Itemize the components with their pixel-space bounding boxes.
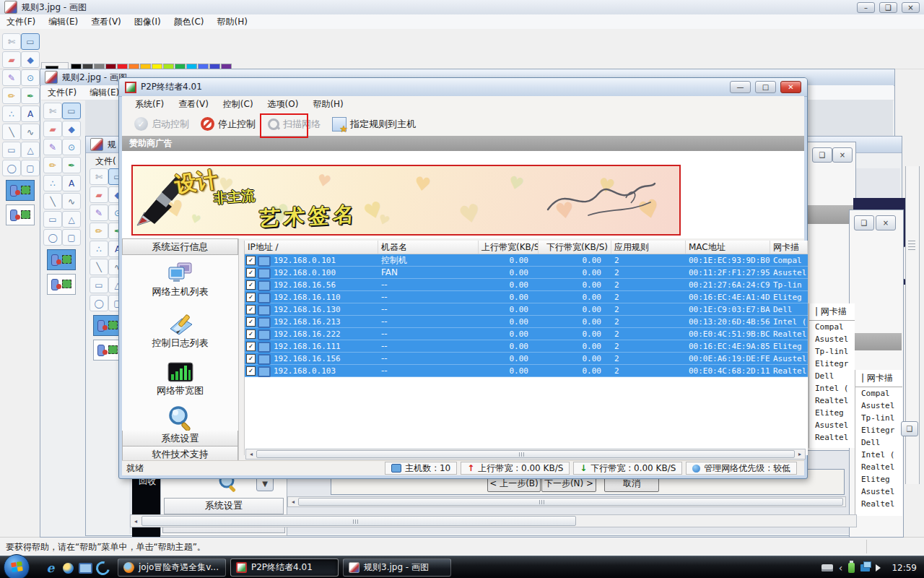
- host-row[interactable]: ✓192.168.16.111--0.000.00200:16:EC:4E:9A…: [245, 340, 808, 353]
- close-button[interactable]: ×: [902, 2, 920, 13]
- curve-icon[interactable]: ∿: [21, 124, 40, 140]
- paint-menu-0[interactable]: 文件(F): [0, 14, 42, 30]
- battery-tray-icon[interactable]: [848, 563, 855, 573]
- row-checkbox[interactable]: ✓: [246, 305, 256, 314]
- host-row[interactable]: ✓192.168.16.156--0.000.00200:0E:A6:19:DE…: [245, 353, 808, 365]
- quicklaunch-desktop-icon[interactable]: [78, 561, 92, 575]
- rounded-rect-icon[interactable]: ▢: [62, 229, 81, 246]
- ellipse-icon[interactable]: ◯: [43, 229, 62, 246]
- fill-icon[interactable]: ◆: [21, 51, 40, 68]
- eyedropper-icon[interactable]: ✎: [2, 69, 21, 86]
- line-icon[interactable]: ╲: [43, 193, 62, 210]
- horizontal-scrollbar[interactable]: ◂: [130, 514, 857, 527]
- sidebar-item-host-list[interactable]: 网络主机列表: [152, 285, 209, 298]
- selection-transparent-option[interactable]: [6, 204, 35, 225]
- column-header-3[interactable]: 上行带宽(KB/S): [479, 241, 539, 254]
- keyboard-tray-icon[interactable]: [821, 564, 833, 571]
- eyedropper-icon[interactable]: ✎: [90, 204, 108, 221]
- row-checkbox[interactable]: ✓: [246, 317, 256, 327]
- paint-menu-4[interactable]: 颜色(C): [167, 14, 211, 30]
- tray-expand-chevron[interactable]: ‹: [839, 563, 843, 573]
- sidebar-button-system-settings[interactable]: 系统设置: [122, 431, 238, 447]
- text-icon[interactable]: A: [21, 105, 40, 122]
- ad-banner[interactable]: ♥♥♥♥♥♥♥♥♥♥♥♥♥ 设计 非主流 艺术签名: [131, 165, 681, 236]
- selection-transparent-option[interactable]: [47, 274, 76, 295]
- sidebar-item-bandwidth-chart[interactable]: 网络带宽图: [157, 384, 204, 397]
- vertical-scrollbar[interactable]: [905, 166, 920, 484]
- host-row[interactable]: ✓192.168.16.222--0.000.00200:E0:4C:51:9B…: [245, 328, 808, 340]
- line-icon[interactable]: ╲: [90, 259, 108, 275]
- eraser-icon[interactable]: ▰: [43, 121, 62, 137]
- quicklaunch-ie-icon[interactable]: e: [43, 561, 58, 575]
- taskbar-clock[interactable]: 12:59: [892, 563, 917, 573]
- selection-opaque-option[interactable]: [47, 249, 76, 270]
- column-header-1[interactable]: IP地址 ∕: [245, 241, 378, 254]
- row-checkbox[interactable]: ✓: [246, 268, 256, 277]
- ellipse-icon[interactable]: ◯: [90, 295, 108, 311]
- sidebar-item-control-log[interactable]: 控制日志列表: [152, 337, 209, 350]
- paint-menu-5[interactable]: 帮助(H): [210, 14, 253, 30]
- taskbar-task-3[interactable]: 规则3.jpg - 画图: [343, 558, 451, 577]
- host-row[interactable]: ✓192.168.16.213--0.000.00200:13:20:6D:4B…: [245, 316, 808, 328]
- selection-opaque-option[interactable]: [6, 180, 35, 201]
- paint-menu-2[interactable]: 查看(V): [84, 14, 128, 30]
- rounded-rect-icon[interactable]: ▢: [21, 160, 40, 176]
- toolbar-button-4[interactable]: 指定规则到主机: [327, 114, 421, 134]
- restore-button[interactable]: ❑: [879, 2, 897, 13]
- selection-opaque-option[interactable]: [93, 315, 122, 336]
- polygon-icon[interactable]: △: [21, 142, 40, 158]
- selection-transparent-option[interactable]: [93, 340, 122, 361]
- maximize-button[interactable]: □: [755, 81, 776, 93]
- p2p-menu-2[interactable]: 控制(C): [216, 96, 261, 113]
- quicklaunch-globe-icon[interactable]: [61, 561, 75, 575]
- rect-icon[interactable]: ▭: [43, 211, 62, 228]
- line-icon[interactable]: ╲: [2, 124, 21, 140]
- toolbar-button-1[interactable]: ✓启动控制: [129, 114, 194, 134]
- eraser-icon[interactable]: ▰: [90, 186, 108, 203]
- column-header-5[interactable]: 应用规则: [611, 241, 686, 254]
- close-button[interactable]: ✕: [780, 81, 801, 93]
- menu-file-partial[interactable]: 文件(: [89, 154, 123, 169]
- free-select-icon[interactable]: ✄: [43, 103, 62, 119]
- row-checkbox[interactable]: ✓: [246, 354, 256, 363]
- magnifier-icon[interactable]: ⊙: [62, 139, 81, 155]
- column-header-6[interactable]: MAC地址: [686, 241, 770, 254]
- p2p-menu-0[interactable]: 系统(F): [128, 96, 171, 113]
- pencil-icon[interactable]: ✏: [90, 223, 108, 239]
- curve-icon[interactable]: ∿: [62, 193, 81, 210]
- row-checkbox[interactable]: ✓: [246, 329, 256, 339]
- column-header-7[interactable]: 网卡描: [770, 241, 808, 254]
- polygon-icon[interactable]: △: [62, 211, 81, 228]
- host-row[interactable]: ✓192.168.0.101控制机0.000.00200:1E:EC:93:9D…: [245, 254, 808, 267]
- start-button[interactable]: [4, 554, 30, 578]
- title-bar[interactable]: P2P终结者4.01 — □ ✕: [119, 78, 807, 97]
- host-row[interactable]: ✓192.168.16.110--0.000.00200:16:EC:4E:A1…: [245, 291, 808, 303]
- select-icon[interactable]: ▭: [62, 103, 81, 119]
- horizontal-scrollbar[interactable]: ◂: [287, 496, 846, 507]
- minimize-button[interactable]: –: [857, 2, 875, 13]
- taskbar-task-1[interactable]: jojo冒险奇遇全集v...: [118, 558, 226, 577]
- airbrush-icon[interactable]: ∴: [2, 105, 21, 122]
- text-icon[interactable]: A: [62, 175, 81, 191]
- minimize-button[interactable]: —: [730, 81, 751, 93]
- free-select-icon[interactable]: ✄: [2, 33, 21, 50]
- brush-icon[interactable]: ✒: [62, 157, 81, 173]
- quicklaunch-switcher-icon[interactable]: [95, 561, 110, 575]
- row-checkbox[interactable]: ✓: [246, 293, 256, 302]
- airbrush-icon[interactable]: ∴: [90, 241, 108, 257]
- title-bar[interactable]: 规则3.jpg - 画图 – ❑ ×: [0, 0, 924, 15]
- eraser-icon[interactable]: ▰: [2, 51, 21, 68]
- row-checkbox[interactable]: ✓: [246, 366, 256, 376]
- column-header-4[interactable]: 下行带宽(KB/S): [539, 241, 611, 254]
- host-row[interactable]: ✓192.168.16.56--0.000.00200:21:27:6A:24:…: [245, 279, 808, 291]
- p2p-menu-1[interactable]: 查看(V): [171, 96, 216, 113]
- ellipse-icon[interactable]: ◯: [2, 160, 21, 176]
- free-select-icon[interactable]: ✄: [90, 168, 108, 185]
- host-row[interactable]: ✓192.168.0.103--0.000.00200:E0:4C:68:2D:…: [245, 365, 808, 377]
- rect-icon[interactable]: ▭: [90, 277, 108, 293]
- brush-icon[interactable]: ✒: [21, 87, 40, 104]
- p2p-menu-3[interactable]: 选项(O): [261, 96, 306, 113]
- sidebar-header-system-info[interactable]: 系统运行信息: [122, 238, 238, 255]
- pencil-icon[interactable]: ✏: [43, 157, 62, 173]
- taskbar-task-2[interactable]: P2P终结者4.01: [230, 558, 339, 577]
